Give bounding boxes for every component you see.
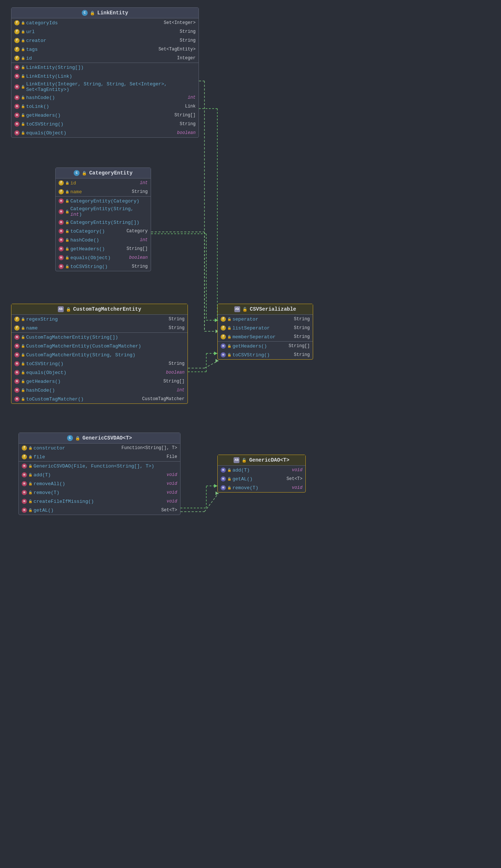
field-icon: f bbox=[221, 325, 226, 331]
table-row: m 🔓 LinkEntity(Integer, String, String, … bbox=[11, 81, 199, 93]
table-row: m 🔓 hashCode() int bbox=[56, 236, 151, 244]
method-icon: m bbox=[221, 343, 226, 349]
method-name: equals(Object) bbox=[70, 255, 128, 261]
customtag-abstract-icon: Ab bbox=[58, 306, 64, 312]
field-type: String bbox=[169, 317, 185, 322]
table-row: m 🔓 add(T) void bbox=[19, 470, 180, 479]
field-name: name bbox=[70, 189, 130, 195]
customtag-lock-icon: 🔒 bbox=[66, 307, 71, 312]
pub-icon: 🔓 bbox=[21, 131, 25, 135]
method-return: int bbox=[140, 237, 148, 243]
table-row: f 🔓 memberSeperator String bbox=[218, 332, 313, 341]
linkentity-title: C 🔒 LinkEntity bbox=[11, 8, 199, 18]
method-icon: m bbox=[14, 130, 20, 135]
method-icon: m bbox=[14, 104, 20, 109]
csvserializable-title-label: CSVSerializable bbox=[250, 306, 296, 312]
lock-icon: 🔒 bbox=[21, 317, 25, 321]
pub-icon: 🔓 bbox=[65, 229, 69, 233]
customtagmatcherentity-title-label: CustomTagMatcherEntity bbox=[73, 306, 141, 312]
field-icon: f bbox=[221, 317, 226, 322]
table-row: m 🔓 toLink() Link bbox=[11, 102, 199, 111]
pub-icon: 🔓 bbox=[21, 335, 25, 339]
method-name: createFileIfMissing() bbox=[34, 499, 165, 504]
pub-icon: 🔓 bbox=[21, 66, 25, 69]
table-row: f 🔒 name String bbox=[56, 187, 151, 196]
table-row: m 🔓 LinkEntity(String[]) bbox=[11, 63, 199, 72]
categoryentity-title: C 🔒 CategoryEntity bbox=[56, 168, 151, 179]
method-return: Set<T> bbox=[287, 476, 302, 481]
pub-icon: 🔓 bbox=[227, 317, 231, 321]
method-icon: m bbox=[14, 352, 20, 357]
genericdao-icon: Ab bbox=[234, 457, 239, 463]
table-row: m 🔓 remove(T) void bbox=[218, 483, 305, 492]
pub-icon: 🔓 bbox=[65, 247, 69, 251]
diagram-container: C 🔒 LinkEntity f 🔒 categoryIds Set<Integ… bbox=[0, 0, 501, 868]
table-row: f 🔓 seperator String bbox=[218, 315, 313, 324]
pub-icon: 🔓 bbox=[28, 508, 32, 512]
field-icon: f bbox=[59, 180, 64, 186]
method-icon: m bbox=[59, 237, 64, 243]
table-row: m 🔓 remove(T) void bbox=[19, 488, 180, 497]
method-icon: m bbox=[59, 255, 64, 260]
field-icon: f bbox=[22, 445, 27, 451]
field-type: int bbox=[140, 180, 148, 186]
method-return: void bbox=[292, 485, 302, 490]
method-return: String bbox=[294, 352, 310, 357]
field-icon: f bbox=[14, 56, 20, 61]
method-icon: m bbox=[14, 74, 20, 79]
pub-icon: 🔓 bbox=[21, 380, 25, 383]
field-name: seperator bbox=[232, 317, 292, 322]
pub-icon: 🔓 bbox=[21, 122, 25, 126]
table-row: m 🔓 add(T) void bbox=[218, 466, 305, 474]
customtag-fields: f 🔒 regexString String f 🔒 name String bbox=[11, 315, 188, 332]
field-icon: f bbox=[59, 189, 64, 194]
pub-icon: 🔓 bbox=[21, 74, 25, 78]
categoryentity-methods: m 🔓 CategoryEntity(Category) m 🔓 Categor… bbox=[56, 197, 151, 271]
field-icon: f bbox=[14, 47, 20, 52]
pub-icon: 🔓 bbox=[28, 464, 32, 468]
pub-icon: 🔓 bbox=[21, 344, 25, 348]
genericcsvdao-class-icon: C bbox=[67, 435, 73, 441]
field-icon: f bbox=[221, 334, 226, 339]
method-name: toCSVString() bbox=[26, 121, 178, 127]
table-row: m 🔓 CategoryEntity(String, int) bbox=[56, 205, 151, 218]
method-icon: m bbox=[221, 467, 226, 473]
table-row: m 🔓 getAL() Set<T> bbox=[19, 506, 180, 515]
method-icon: m bbox=[22, 463, 27, 469]
pub-icon: 🔓 bbox=[21, 105, 25, 108]
table-row: f 🔒 regexString String bbox=[11, 315, 188, 324]
method-icon: m bbox=[59, 229, 64, 234]
method-icon: m bbox=[22, 499, 27, 504]
method-icon: m bbox=[14, 65, 20, 70]
genericcsvdao-box: C 🔒 GenericCSVDAO<T> f 🔒 constructor Fun… bbox=[18, 433, 181, 515]
method-icon: m bbox=[221, 485, 226, 490]
method-name: getHeaders() bbox=[232, 343, 287, 349]
table-row: f 🔒 file File bbox=[19, 452, 180, 461]
linkentity-lock-icon: 🔒 bbox=[90, 11, 95, 15]
genericdao-lock-icon: 🔓 bbox=[242, 458, 247, 463]
table-row: f 🔒 url String bbox=[11, 27, 199, 36]
table-row: m 🔓 LinkEntity(Link) bbox=[11, 72, 199, 81]
method-return: String[] bbox=[288, 343, 310, 349]
field-type: String bbox=[294, 317, 310, 322]
table-row: f 🔒 categoryIds Set<Integer> bbox=[11, 18, 199, 27]
table-row: m 🔓 equals(Object) boolean bbox=[56, 253, 151, 262]
pub-icon: 🔓 bbox=[21, 353, 25, 357]
table-row: f 🔒 id Integer bbox=[11, 54, 199, 63]
method-icon: m bbox=[14, 113, 20, 118]
table-row: m 🔓 CategoryEntity(String[]) bbox=[56, 218, 151, 227]
field-name: memberSeperator bbox=[232, 334, 292, 340]
pub-icon: 🔓 bbox=[21, 397, 25, 401]
lock-icon: 🔒 bbox=[28, 455, 32, 459]
pub-icon: 🔓 bbox=[28, 482, 32, 486]
method-return: String[] bbox=[174, 113, 196, 118]
genericcsvdao-lock-icon: 🔒 bbox=[75, 436, 80, 441]
field-type: String bbox=[169, 325, 185, 331]
method-icon: m bbox=[22, 508, 27, 513]
categoryentity-lock-icon: 🔒 bbox=[82, 171, 87, 176]
method-return: boolean bbox=[177, 130, 196, 135]
pub-icon: 🔓 bbox=[227, 468, 231, 472]
method-return: String bbox=[180, 121, 196, 127]
method-return: void bbox=[167, 481, 177, 486]
field-icon: f bbox=[14, 29, 20, 34]
